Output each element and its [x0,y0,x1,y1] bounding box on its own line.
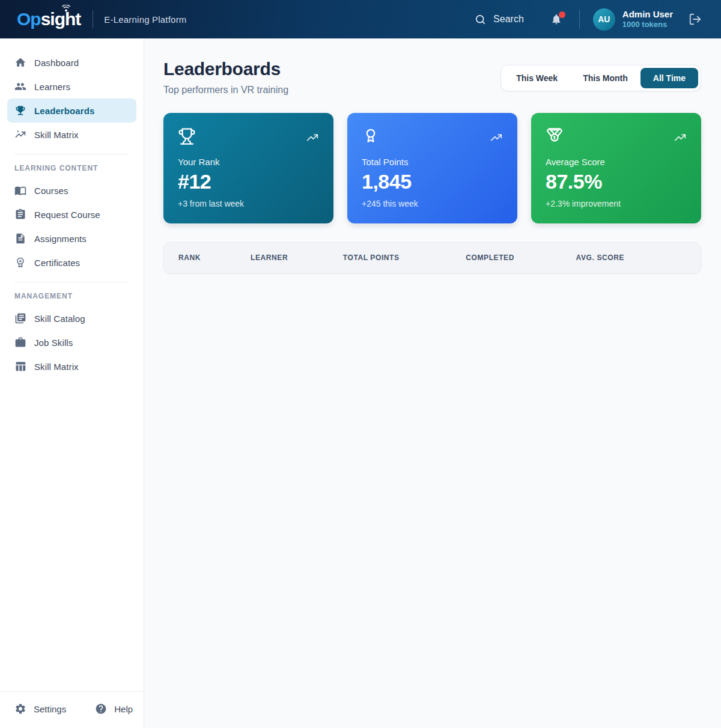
trending-up-icon [14,129,26,141]
sidebar-item-leaderboards[interactable]: Leaderboards [7,99,136,123]
leaderboard-table: RANK LEARNER TOTAL POINTS COMPLETED AVG.… [163,242,701,273]
avatar[interactable]: AU [593,8,615,31]
page-title: Leaderboards [163,59,288,79]
page-subtitle: Top performers in VR training [163,85,288,96]
search-button[interactable]: Search [475,14,524,25]
sidebar-divider [14,154,129,154]
logo-text: Opsight [17,10,81,28]
topbar-divider [579,10,580,29]
home-icon [14,56,26,68]
sidebar: Dashboard Learners Leaderboards Skill Ma… [0,38,144,728]
user-meta: Admin User 1000 tokens [622,9,673,30]
trending-up-icon [306,131,319,144]
sidebar-item-skill-matrix-management[interactable]: Skill Matrix [7,354,136,378]
stat-card-average-score: Average Score 87.5% +2.3% improvement [531,113,701,223]
search-icon [475,14,486,25]
column-header-total-points: TOTAL POINTS [343,253,466,262]
user-name: Admin User [622,9,673,20]
time-filter-tabs: This Week This Month All Time [500,65,701,91]
stat-delta: +2.3% improvement [546,199,687,208]
tab-this-month[interactable]: This Month [570,68,640,88]
sidebar-item-courses[interactable]: Courses [7,178,136,202]
stat-delta: +3 from last week [178,199,319,208]
trending-up-icon [490,131,503,144]
column-header-avg-score: AVG. SCORE [576,253,686,262]
column-header-completed: COMPLETED [466,253,576,262]
notifications-button[interactable] [550,13,562,25]
trophy-icon [14,105,26,117]
sidebar-item-learners[interactable]: Learners [7,74,136,99]
sidebar-footer: Settings Help [0,691,144,728]
stats-row: Your Rank #12 +3 from last week Total Po… [163,113,701,223]
certificate-icon [14,256,26,268]
stat-label: Total Points [362,157,503,167]
stat-label: Average Score [546,157,687,167]
platform-label: E-Learning Platform [104,14,186,25]
tab-this-week[interactable]: This Week [503,68,570,88]
sidebar-item-skill-catalog[interactable]: Skill Catalog [7,306,136,330]
logo-person-icon [61,5,71,12]
sidebar-item-dashboard[interactable]: Dashboard [7,50,136,74]
help-button[interactable]: Help [95,703,133,715]
table-header-row: RANK LEARNER TOTAL POINTS COMPLETED AVG.… [164,243,701,273]
app-logo[interactable]: Opsight [17,10,81,28]
notification-dot [559,11,565,18]
tab-all-time[interactable]: All Time [640,68,698,88]
section-title-management: MANAGEMENT [7,290,136,306]
main-content: Leaderboards Top performers in VR traini… [144,38,721,728]
search-label: Search [493,14,524,25]
sidebar-item-skill-matrix[interactable]: Skill Matrix [7,123,136,147]
page-header: Leaderboards Top performers in VR traini… [163,59,288,96]
help-icon [95,703,107,715]
section-title-learning-content: LEARNING CONTENT [7,162,136,178]
topbar: Opsight E-Learning Platform Search AU A [0,0,721,38]
stat-value: 1,845 [362,170,503,193]
column-header-learner: LEARNER [251,253,343,262]
award-icon [362,127,380,145]
stat-value: 87.5% [546,170,687,193]
briefcase-icon [14,336,26,348]
clipboard-icon [14,208,26,220]
file-icon [14,232,26,244]
stat-value: #12 [178,170,319,193]
logout-button[interactable] [689,13,702,26]
user-tokens: 1000 tokens [622,20,673,29]
settings-button[interactable]: Settings [14,703,66,715]
sidebar-item-certificates[interactable]: Certificates [7,250,136,275]
trophy-icon [178,127,196,145]
sidebar-item-request-course[interactable]: Request Course [7,202,136,226]
stat-label: Your Rank [178,157,319,167]
sidebar-divider [14,282,129,282]
book-icon [14,184,26,196]
library-icon [14,312,26,324]
sidebar-item-job-skills[interactable]: Job Skills [7,330,136,354]
trending-up-icon [674,131,687,144]
topbar-divider [93,10,93,28]
stat-card-your-rank: Your Rank #12 +3 from last week [163,113,333,223]
medal-icon [546,127,564,145]
users-icon [14,80,26,93]
column-header-rank: RANK [178,253,251,262]
table-icon [14,360,26,372]
sidebar-item-assignments[interactable]: Assignments [7,226,136,250]
gear-icon [14,703,26,715]
logout-icon [689,13,702,26]
stat-delta: +245 this week [362,199,503,208]
stat-card-total-points: Total Points 1,845 +245 this week [347,113,517,223]
